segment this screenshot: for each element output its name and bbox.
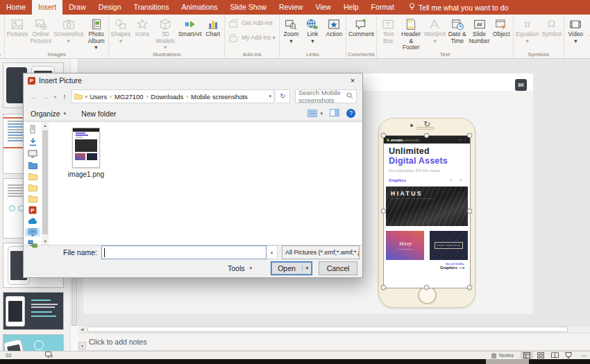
display-settings-icon[interactable] bbox=[45, 352, 53, 359]
scroll-left-arrow[interactable]: ◀ bbox=[78, 326, 86, 333]
rail-item-this-pc-icon[interactable] bbox=[25, 228, 40, 236]
ribbon-button-header-footer[interactable]: Header & Footer bbox=[399, 16, 423, 52]
brand-elements: elements bbox=[404, 138, 419, 142]
ribbon-button-date-time[interactable]: Date & Time bbox=[446, 16, 468, 45]
ribbon-button-photo-album[interactable]: Photo Album ▾ bbox=[85, 16, 108, 52]
tab-transitions[interactable]: Transitions bbox=[127, 0, 175, 15]
breadcrumb-segment-users[interactable]: Users bbox=[90, 93, 107, 101]
reading-view-button[interactable] bbox=[548, 352, 561, 359]
breadcrumb-segment-downloads[interactable]: Downloads bbox=[151, 93, 183, 101]
selection-handle[interactable] bbox=[424, 133, 429, 138]
breadcrumb-segment-mobile-screenshots[interactable]: Mobile screenshots bbox=[191, 93, 248, 101]
recent-locations-chevron[interactable]: ▾ bbox=[53, 94, 58, 99]
open-button[interactable]: Open ▾ bbox=[271, 261, 312, 275]
rail-item-desktop-icon[interactable] bbox=[25, 150, 40, 158]
search-input[interactable]: Search Mobile screenshots bbox=[295, 89, 357, 103]
slide-show-view-button[interactable] bbox=[562, 352, 575, 359]
help-button[interactable]: ? bbox=[346, 109, 355, 118]
ribbon-button-audio[interactable]: Audio ▾ bbox=[587, 16, 590, 45]
rail-scrollbar[interactable]: ▴ ▾ bbox=[42, 122, 49, 245]
rail-item-documents-icon[interactable] bbox=[25, 162, 40, 169]
ribbon-button-zoom[interactable]: Zoom ▾ bbox=[280, 16, 302, 45]
normal-view-button[interactable] bbox=[521, 352, 533, 359]
scrollbar-thumb[interactable] bbox=[71, 277, 77, 326]
file-item-image1[interactable]: image1.png bbox=[67, 128, 106, 178]
selection-handle[interactable] bbox=[467, 209, 472, 214]
close-icon[interactable]: × bbox=[343, 74, 362, 87]
rail-item-folder-icon[interactable] bbox=[25, 173, 40, 180]
tab-view[interactable]: View bbox=[309, 0, 337, 15]
organize-button[interactable]: Organize▾ bbox=[31, 110, 66, 118]
ribbon-button-object[interactable]: Object bbox=[491, 16, 512, 39]
tab-draw[interactable]: Draw bbox=[62, 0, 92, 15]
preview-pane-button[interactable] bbox=[330, 109, 339, 118]
selection-handle[interactable] bbox=[381, 209, 386, 214]
horizontal-scrollbar[interactable]: ◀ bbox=[78, 325, 590, 333]
tab-animations[interactable]: Animations bbox=[175, 0, 224, 15]
inserted-screenshot-image[interactable]: envato elements ⌕ ⋮ Unlimited Digital As… bbox=[384, 136, 470, 288]
tab-design[interactable]: Design bbox=[92, 0, 128, 15]
cancel-button[interactable]: Cancel bbox=[319, 261, 357, 275]
notes-toggle-button[interactable]: Notes bbox=[491, 352, 514, 358]
selection-handle[interactable] bbox=[424, 285, 429, 290]
file-name-input[interactable] bbox=[101, 245, 267, 259]
ribbon-button-label: Symbol bbox=[541, 31, 561, 38]
view-mode-button[interactable]: ▾ bbox=[307, 110, 323, 117]
tab-insert[interactable]: Insert bbox=[32, 0, 62, 15]
rail-item-quick-access-icon[interactable] bbox=[25, 125, 40, 134]
notes-splitter-button[interactable]: ▾ bbox=[78, 342, 86, 349]
ribbon-button-slide-number[interactable]: Slide Number bbox=[468, 16, 491, 45]
forward-button[interactable]: → bbox=[41, 92, 51, 101]
ribbon-button-video[interactable]: Video ▾ bbox=[565, 16, 587, 45]
comment-count-badge[interactable]: 86 bbox=[515, 79, 527, 91]
tab-help[interactable]: Help bbox=[337, 0, 365, 15]
selection-handle[interactable] bbox=[467, 133, 472, 138]
ribbon-button-comment[interactable]: Comment bbox=[347, 16, 376, 39]
breadcrumb-segment-mg27100[interactable]: MG27100 bbox=[115, 93, 144, 101]
notes-placeholder[interactable]: Click to add notes bbox=[89, 338, 146, 346]
folder-icon bbox=[74, 93, 83, 100]
ribbon-button-table[interactable]: Table ▾ bbox=[0, 16, 3, 45]
headline-unlimited: Unlimited bbox=[389, 147, 465, 157]
rotate-handle[interactable]: ↻ bbox=[422, 119, 432, 129]
new-folder-button[interactable]: New folder bbox=[81, 110, 116, 118]
breadcrumb-dropdown-chevron[interactable]: ▾ bbox=[269, 94, 271, 99]
ribbon-button-action[interactable]: Action bbox=[323, 16, 345, 39]
rail-item-downloads-icon[interactable] bbox=[25, 137, 40, 146]
tab-slide-show[interactable]: Slide Show bbox=[224, 0, 273, 15]
file-name-history-chevron[interactable]: ▾ bbox=[267, 245, 278, 259]
ribbon-button-chart[interactable]: Chart bbox=[202, 16, 224, 39]
tools-button[interactable]: Tools▾ bbox=[228, 264, 252, 272]
open-split-chevron[interactable]: ▾ bbox=[302, 266, 312, 271]
tab-review[interactable]: Review bbox=[273, 0, 309, 15]
notes-pane[interactable]: Click to add notes ▾ bbox=[78, 333, 590, 351]
zoom-out-button[interactable]: — bbox=[582, 352, 587, 358]
address-breadcrumb[interactable]: « Users›MG27100›Downloads›Mobile screens… bbox=[71, 89, 274, 103]
file-list-area[interactable]: image1.png bbox=[49, 122, 362, 245]
file-thumbnail[interactable] bbox=[72, 128, 100, 168]
back-button[interactable]: ← bbox=[29, 92, 39, 101]
tab-format[interactable]: Format bbox=[365, 0, 401, 15]
slide-sorter-view-button[interactable] bbox=[534, 352, 547, 359]
file-type-select[interactable]: All Pictures (*.emf;*.wmf;*.jpg;* ▾ bbox=[282, 245, 360, 259]
selection-handle[interactable] bbox=[467, 285, 472, 290]
tell-me-box[interactable]: Tell me what you want to do bbox=[401, 0, 509, 15]
rail-item-folder-icon[interactable] bbox=[25, 184, 40, 191]
rail-item-folder-icon[interactable] bbox=[25, 195, 40, 202]
rail-scroll-up[interactable]: ▴ bbox=[42, 122, 49, 129]
windows-taskbar[interactable] bbox=[0, 359, 590, 364]
dialog-title-bar[interactable]: P Insert Picture × bbox=[24, 73, 362, 87]
rail-scrollbar-thumb[interactable] bbox=[42, 130, 48, 234]
rail-item-onedrive-icon[interactable] bbox=[25, 218, 40, 225]
ribbon-button-link[interactable]: Link ▾ bbox=[302, 16, 323, 45]
taskbar-app-button[interactable] bbox=[486, 359, 529, 364]
ribbon-button-smartart[interactable]: SmartArt bbox=[178, 16, 202, 39]
horizontal-scrollbar-thumb[interactable] bbox=[87, 327, 568, 332]
slide-thumbnail-5-dark-device[interactable] bbox=[3, 292, 64, 330]
refresh-icon[interactable]: ↻ bbox=[276, 89, 290, 103]
selection-handle[interactable] bbox=[381, 133, 386, 138]
up-button[interactable]: ↑ bbox=[60, 92, 69, 101]
tab-home[interactable]: Home bbox=[0, 0, 32, 15]
rail-item-powerpoint-icon[interactable]: P bbox=[25, 206, 40, 214]
selection-handle[interactable] bbox=[381, 285, 386, 290]
